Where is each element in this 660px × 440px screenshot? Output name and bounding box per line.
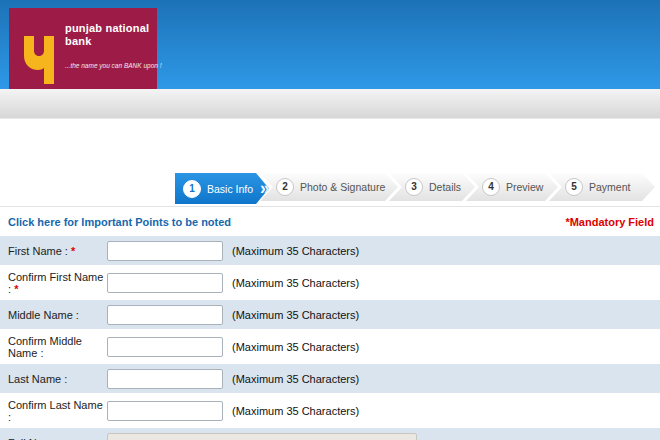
text-input[interactable]	[107, 273, 223, 293]
field-hint: (Maximum 35 Characters)	[232, 405, 359, 417]
form-row: First Name : * (Maximum 35 Characters)	[0, 236, 660, 265]
step-label: Basic Info	[207, 183, 253, 195]
field-hint: (Maximum 35 Characters)	[232, 341, 359, 353]
wizard-stepper: 1 Basic Info » 2 Photo & Signature 3 Det…	[175, 173, 655, 204]
field-label: Confirm Last Name :	[0, 399, 107, 423]
field-hint: (Maximum 35 Characters)	[232, 373, 359, 385]
text-input[interactable]	[107, 241, 223, 261]
step-number-badge: 5	[565, 178, 583, 196]
form-row: Full Name :	[0, 428, 660, 440]
bank-name: punjab national bank	[65, 22, 153, 48]
field-label: Confirm First Name : *	[0, 271, 107, 295]
stepper-step[interactable]: 4 Preview	[466, 173, 558, 201]
form-row: Confirm First Name : * (Maximum 35 Chara…	[0, 268, 660, 297]
step-number-badge: 2	[276, 178, 294, 196]
field-label: Last Name :	[0, 373, 107, 385]
step-label: Preview	[506, 181, 543, 193]
field-label: Full Name :	[0, 437, 107, 440]
field-hint: (Maximum 35 Characters)	[232, 309, 359, 321]
step-label: Payment	[589, 181, 630, 193]
field-label: Confirm Middle Name :	[0, 335, 107, 359]
step-label: Details	[429, 181, 461, 193]
step-number-badge: 4	[482, 178, 500, 196]
form-row: Middle Name : (Maximum 35 Characters)	[0, 300, 660, 329]
field-label: Middle Name :	[0, 309, 107, 321]
pnb-emblem-icon	[19, 34, 59, 86]
required-asterisk: *	[14, 283, 18, 295]
stepper-step[interactable]: 1 Basic Info »	[175, 173, 269, 204]
header-banner: punjab national bank ...the name you can…	[0, 0, 660, 89]
text-input[interactable]	[107, 305, 223, 325]
pnb-registration-page: punjab national bank ...the name you can…	[0, 0, 660, 440]
stepper-step[interactable]: 3 Details	[389, 173, 475, 201]
step-label: Photo & Signature	[300, 181, 385, 193]
stepper-step[interactable]: 5 Payment	[549, 173, 655, 201]
field-label: First Name : *	[0, 245, 107, 257]
text-input[interactable]	[107, 401, 223, 421]
text-input[interactable]	[107, 369, 223, 389]
field-hint: (Maximum 35 Characters)	[232, 245, 359, 257]
bank-logo: punjab national bank ...the name you can…	[9, 8, 157, 89]
header-shadow-band	[0, 89, 660, 119]
required-asterisk: *	[71, 245, 75, 257]
bank-logo-text: punjab national bank ...the name you can…	[65, 22, 153, 69]
form-row: Confirm Last Name : (Maximum 35 Characte…	[0, 396, 660, 425]
field-hint: (Maximum 35 Characters)	[232, 277, 359, 289]
important-points-link[interactable]: Click here for Important Points to be no…	[8, 216, 231, 228]
step-number-badge: 1	[183, 180, 201, 198]
step-number-badge: 3	[405, 178, 423, 196]
stepper-step[interactable]: 2 Photo & Signature	[260, 173, 398, 201]
stepper-divider	[0, 206, 660, 207]
basic-info-form: First Name : * (Maximum 35 Characters) C…	[0, 236, 660, 440]
form-row: Confirm Middle Name : (Maximum 35 Charac…	[0, 332, 660, 361]
text-input[interactable]	[107, 337, 223, 357]
form-row: Last Name : (Maximum 35 Characters)	[0, 364, 660, 393]
mandatory-field-note: *Mandatory Field	[565, 216, 654, 228]
notice-bar: Click here for Important Points to be no…	[0, 214, 660, 232]
text-input[interactable]	[107, 433, 417, 440]
bank-tagline: ...the name you can BANK upon !	[65, 62, 153, 69]
